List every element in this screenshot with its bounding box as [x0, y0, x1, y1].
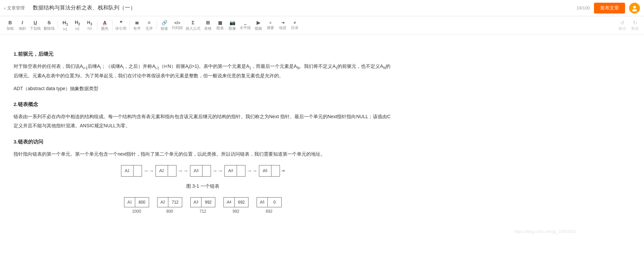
strikethrough-button[interactable]: S 删除线 [42, 19, 56, 31]
mem-base-3: 712 [199, 208, 206, 215]
mem-addr-1: 800 [135, 198, 149, 207]
strikethrough-label: 删除线 [44, 26, 55, 31]
video-button[interactable]: ▶ 视频 [252, 19, 264, 31]
sep3 [112, 21, 113, 30]
unordered-list-icon: ≡ [148, 20, 150, 26]
image-label: 图像 [229, 26, 236, 31]
undo-button[interactable]: ↺ 撤消 [617, 19, 627, 32]
back-arrow-icon: ‹ [4, 5, 6, 11]
node-a2: A2 [156, 165, 176, 177]
node-a2-ptr [168, 165, 176, 176]
word-count: 19/100 [576, 5, 590, 10]
indent-icon: ⇥ [281, 20, 284, 25]
article-title-input[interactable] [30, 4, 573, 12]
unordered-list-button[interactable]: ≡ 无序 [143, 19, 155, 31]
color-group: A 颜色 [99, 19, 111, 31]
formula-button[interactable]: Σ 插入公式 [184, 19, 202, 31]
back-button[interactable]: ‹ 文章管理 [4, 5, 25, 11]
summary-button[interactable]: ≡ 摘要 [264, 20, 277, 31]
node-a1: A1 [121, 165, 142, 177]
summary-label: 摘要 [267, 26, 274, 30]
mem-addr-5: 0 [268, 198, 281, 207]
mem-node-1: A1 800 1000 [124, 197, 149, 215]
color-button[interactable]: A 颜色 [99, 19, 111, 31]
h1-label: h1 [63, 27, 67, 31]
node-a1-ptr [134, 165, 142, 176]
node-a4-label: A4 [225, 165, 237, 176]
mem-addr-4: 692 [235, 198, 248, 207]
h2-icon: H2 [75, 19, 80, 27]
content-area[interactable]: 1.前驱元，后继元 对于除空表外的任何表，我们说Ai+1后继Ai；（或继Ai，之… [0, 34, 406, 261]
ordered-list-label: 有序 [133, 26, 141, 31]
bold-icon: B [8, 20, 12, 26]
node-a4-ptr [237, 165, 245, 176]
mem-box-1: A1 800 [124, 197, 149, 207]
link-button[interactable]: 🔗 链接 [158, 19, 170, 31]
italic-label: 倾斜 [19, 26, 26, 31]
section3-heading: 3.链表的访问 [14, 137, 392, 146]
node-a3-ptr [202, 165, 211, 176]
header-right: 19/100 发布文章 [576, 3, 640, 14]
indent-label: 缩进 [279, 26, 286, 30]
image-button[interactable]: 📷 图像 [226, 19, 238, 31]
mem-box-5: A5 0 [257, 197, 282, 207]
ordered-list-button[interactable]: ≣ 有序 [131, 19, 143, 31]
h1-icon: H1 [63, 19, 68, 27]
table-button[interactable]: ⊞ 表格 [202, 19, 214, 31]
chart-icon: ▩ [218, 20, 222, 26]
mem-box-2: A2 712 [157, 197, 182, 207]
h3-label: h3 [88, 26, 92, 31]
memory-row: A1 800 1000 A2 712 800 A3 992 712 [124, 197, 282, 215]
redo-label: 重做 [631, 26, 639, 31]
h2-button[interactable]: H2 h2 [71, 19, 84, 32]
undo-redo-group: ↺ 撤消 ↻ 重做 [617, 19, 640, 32]
undo-icon: ↺ [620, 20, 624, 26]
divider-button[interactable]: ⎯ 水平线 [238, 20, 252, 31]
chart-button[interactable]: ▩ 图表 [214, 19, 226, 31]
code-button[interactable]: </> 代码段 [170, 20, 184, 31]
publish-button[interactable]: 发布文章 [594, 3, 625, 14]
arrow-3: →→ [212, 166, 223, 176]
node-a3: A3 [190, 165, 211, 177]
section1-heading: 1.前驱元，后继元 [14, 49, 392, 58]
node-a2-label: A2 [156, 165, 168, 176]
mem-base-1: 1000 [132, 208, 141, 215]
node-a5-label: A5 [259, 165, 271, 176]
arrow-2: →→ [178, 166, 189, 176]
mem-box-3: A3 992 [190, 197, 215, 207]
italic-button[interactable]: I 倾斜 [16, 19, 28, 31]
section3-para: 指针指向链表的第一个单元。第一个单元包含一个next指针，指向了第二个单元的位置… [14, 150, 392, 159]
redo-icon: ↻ [633, 20, 637, 26]
indent-button[interactable]: ⇥ 缩进 [277, 20, 289, 31]
diagram-caption: 图 3-1 一个链表 [186, 182, 219, 190]
linked-list-row: A1 →→ A2 →→ A3 →→ A4 →→ [121, 165, 285, 177]
mem-box-4: A4 692 [223, 197, 248, 207]
svg-point-1 [633, 6, 636, 8]
underline-button[interactable]: U 下划线 [28, 19, 42, 31]
blockquote-label: 块引用 [115, 26, 126, 31]
color-label: 颜色 [101, 26, 109, 31]
bold-button[interactable]: B 加粗 [4, 19, 16, 31]
link-label: 链接 [161, 26, 168, 31]
toc-button[interactable]: ≠ 目录 [289, 20, 301, 31]
header: ‹ 文章管理 19/100 发布文章 [0, 0, 644, 16]
avatar[interactable] [629, 3, 640, 14]
code-icon: </> [174, 20, 180, 26]
h3-icon: H3 [87, 20, 92, 27]
back-label: 文章管理 [7, 5, 25, 11]
watermark: https://blog.csdn.net/qq_16933601 [514, 229, 576, 234]
mem-base-5: 692 [266, 208, 272, 215]
summary-icon: ≡ [269, 20, 271, 25]
mem-label-2: A2 [158, 198, 168, 207]
section2-para: 链表由一系列不必在内存中相连的结构组成。每一个结构均含有表元素和指向包含该元素后… [14, 112, 392, 130]
bold-label: 加粗 [6, 26, 14, 31]
redo-button[interactable]: ↻ 重做 [630, 19, 640, 32]
blockquote-button[interactable]: ❝ 块引用 [114, 19, 128, 31]
color-icon: A [103, 20, 106, 26]
h3-button[interactable]: H3 h3 [84, 19, 96, 32]
h1-button[interactable]: H1 h1 [59, 18, 71, 32]
chart-label: 图表 [216, 26, 224, 30]
linked-list-diagram: A1 →→ A2 →→ A3 →→ A4 →→ [14, 165, 392, 215]
link-icon: 🔗 [162, 20, 167, 26]
mem-base-2: 800 [166, 208, 173, 215]
